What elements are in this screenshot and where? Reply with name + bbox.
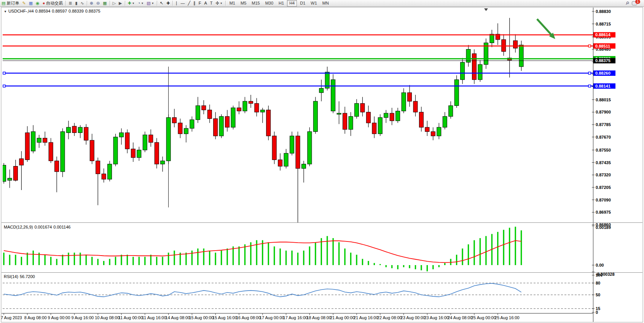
shift-chart-icon[interactable]: ▷	[112, 0, 117, 6]
candlestick-icon: ▮	[75, 0, 78, 6]
macd-histogram-bar	[291, 251, 292, 265]
line-handle[interactable]	[3, 72, 5, 74]
separator	[125, 1, 125, 6]
macd-histogram-bar	[244, 245, 245, 265]
candle-body	[472, 54, 477, 80]
candle-body	[313, 101, 317, 132]
candle-body	[478, 64, 482, 80]
zoom-out-icon[interactable]: ⊖	[95, 0, 101, 6]
tab-timeframe-h1[interactable]: H1	[276, 0, 286, 6]
zoom-in-icon[interactable]: ⊕	[89, 0, 94, 6]
candlestick-icon[interactable]: ▮	[74, 0, 79, 6]
chart-window-icon[interactable]: ▦	[28, 0, 34, 6]
tab-timeframe-w1[interactable]: W1	[308, 0, 319, 6]
label-icon[interactable]: T	[209, 0, 214, 6]
macd-histogram-bar	[368, 261, 369, 265]
autotrading-icon: ●	[43, 0, 45, 6]
level-price-label-text: 0.88141	[595, 84, 611, 88]
shift-end-icon: ▶	[119, 0, 122, 6]
new-order-icon[interactable]: ▤新订单	[0, 0, 20, 6]
macd-histogram-bar	[374, 263, 375, 265]
candle-body	[413, 101, 418, 112]
tile-windows-icon: ▦	[103, 0, 107, 6]
tab-timeframe-m15[interactable]: M15	[249, 0, 262, 6]
candle-body	[490, 34, 494, 43]
line-handle[interactable]	[588, 72, 591, 74]
macd-histogram-bar	[515, 227, 516, 265]
shift-end-icon[interactable]: ▶	[118, 0, 123, 6]
candle-body	[390, 113, 394, 121]
time-tick-label: 25 Aug 16:00	[495, 315, 520, 320]
macd-histogram-bar	[309, 246, 310, 265]
candle-body	[466, 49, 470, 62]
ohlc-low: 0.88339	[69, 9, 84, 13]
macd-histogram-bar	[297, 253, 298, 265]
rsi-tick-label: 100	[596, 273, 603, 277]
channel-icon[interactable]: ∥	[192, 0, 197, 6]
macd-histogram-bar	[503, 230, 504, 265]
chevron-down-icon: ▼	[132, 2, 135, 5]
price-tick-label: 0.87435	[596, 160, 611, 165]
candle-body	[84, 127, 88, 140]
candle-body	[61, 132, 65, 172]
separator	[65, 1, 66, 6]
time-tick-label: 24 Aug 08:00	[448, 315, 472, 320]
candle-body	[202, 106, 206, 110]
price-tick-label: 0.87550	[596, 148, 611, 152]
macd-histogram-bar	[403, 265, 404, 267]
line-chart-icon[interactable]: ∿	[80, 0, 85, 6]
macd-histogram-bar	[456, 255, 457, 265]
line-handle[interactable]	[588, 85, 591, 87]
candle-body	[137, 150, 141, 158]
horizontal-line-icon: —	[181, 0, 185, 6]
candle-body	[278, 160, 282, 166]
tab-timeframe-h4[interactable]: H4	[287, 0, 297, 6]
time-tick-label: 14 Aug 08:00	[166, 315, 190, 320]
candle-body	[372, 123, 376, 134]
search-icon[interactable]: ⚲	[625, 0, 630, 6]
macd-signal-value: 0.001146	[53, 225, 70, 229]
periods-icon[interactable]: ◔▼	[137, 0, 145, 6]
indicators-icon[interactable]: ✚▼	[127, 0, 136, 6]
arrows-icon[interactable]: ✣▼	[215, 0, 224, 6]
macd-histogram-bar	[185, 253, 187, 265]
line-handle[interactable]	[3, 85, 5, 87]
bar-chart-icon[interactable]: ≣	[67, 0, 73, 6]
news-icon[interactable]: 1	[631, 0, 641, 6]
tile-windows-icon[interactable]: ▦	[102, 0, 108, 6]
horizontal-line-icon[interactable]: —	[180, 0, 186, 6]
macd-histogram-bar	[362, 259, 363, 265]
shift-chart-icon: ▷	[113, 0, 116, 6]
vertical-line-icon[interactable]: ∣	[174, 0, 179, 6]
separator	[172, 1, 173, 6]
templates-icon[interactable]: ▧▼	[145, 0, 155, 6]
time-tick-label: 11 Aug 00:00	[118, 315, 143, 320]
macd-histogram-bar	[15, 255, 16, 265]
level-price-label-text: 0.88511	[595, 44, 610, 48]
level-price-label-text: 0.88260	[595, 71, 611, 75]
sound-icon[interactable]: ◉	[35, 0, 41, 6]
chart-shift-marker[interactable]	[484, 8, 488, 11]
chevron-down-icon: ▼	[220, 2, 223, 5]
highlighter-icon[interactable]: ✎	[21, 0, 27, 6]
chevron-down-icon[interactable]: ▼	[4, 10, 7, 13]
autotrading-icon[interactable]: ●自动交易	[41, 0, 64, 6]
text-icon[interactable]: A	[203, 0, 208, 6]
crosshair-icon[interactable]: ✚	[165, 0, 171, 6]
zoom-out-icon: ⊖	[96, 0, 100, 6]
price-tick-label: 0.86975	[596, 210, 611, 214]
macd-histogram-bar	[139, 257, 140, 265]
macd-histogram-bar	[344, 248, 345, 265]
fibonacci-icon[interactable]: F	[198, 0, 202, 6]
tab-timeframe-m5[interactable]: M5	[238, 0, 249, 6]
line-handle[interactable]	[588, 45, 591, 47]
tab-timeframe-m30[interactable]: M30	[263, 0, 276, 6]
arrow-annotation[interactable]	[537, 19, 553, 36]
cursor-icon[interactable]: ↖	[159, 0, 164, 6]
tab-timeframe-mn[interactable]: MN	[320, 0, 331, 6]
macd-histogram-bar	[156, 257, 157, 265]
trendline-icon[interactable]: ╱	[187, 0, 192, 6]
tab-timeframe-d1[interactable]: D1	[298, 0, 308, 6]
macd-histogram-bar	[74, 253, 75, 265]
tab-timeframe-m1[interactable]: M1	[227, 0, 238, 6]
